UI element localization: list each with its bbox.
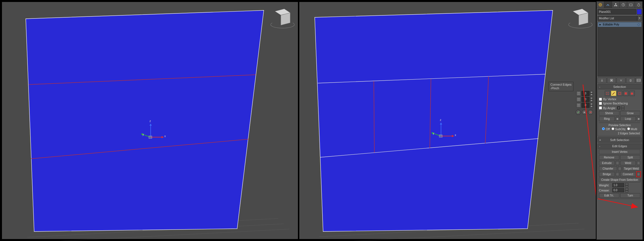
- segments-icon: [576, 91, 581, 96]
- spinner-arrows[interactable]: ▲▼: [590, 97, 593, 102]
- insert-vertex-button[interactable]: Insert Vertex: [599, 149, 640, 154]
- configure-sets-button[interactable]: [636, 78, 642, 83]
- caddy-cancel-button[interactable]: ✕: [588, 110, 593, 115]
- svg-point-27: [608, 94, 609, 95]
- spinner-arrows[interactable]: [625, 188, 628, 192]
- by-angle-label: By Angle:: [603, 106, 616, 110]
- subobj-polygon-button[interactable]: [623, 91, 629, 96]
- svg-rect-13: [615, 3, 616, 4]
- weld-button[interactable]: Weld: [620, 161, 636, 165]
- plane-mesh-right: [299, 2, 597, 240]
- preview-off-radio[interactable]: Off: [602, 127, 610, 131]
- stack-item-label: Editable Poly: [603, 23, 636, 26]
- subobj-element-button[interactable]: [629, 91, 635, 96]
- svg-rect-21: [611, 80, 612, 81]
- svg-rect-29: [619, 92, 621, 95]
- preview-subobj-radio[interactable]: SubObj: [612, 127, 626, 131]
- command-panel: Modifier List ▾ ▸ Editable Poly -Selecti…: [596, 1, 643, 240]
- modifier-list-dropdown[interactable]: ▾: [637, 16, 642, 21]
- viewcube[interactable]: [572, 9, 589, 26]
- subobj-border-button[interactable]: [617, 91, 622, 96]
- tab-utilities[interactable]: [635, 1, 643, 8]
- tab-modify[interactable]: [604, 1, 612, 8]
- rollout-header-edit-edges[interactable]: -Edit Edges: [598, 144, 642, 149]
- by-angle-checkbox[interactable]: [599, 106, 602, 109]
- preview-multi-radio[interactable]: Multi: [627, 127, 637, 131]
- make-unique-button[interactable]: [617, 78, 626, 83]
- edit-tri-button[interactable]: Edit Tri.: [599, 193, 619, 198]
- slide-value[interactable]: 0: [582, 103, 589, 108]
- spinner-arrows[interactable]: [621, 106, 624, 110]
- tab-display[interactable]: [627, 1, 635, 8]
- rollout-header-selection[interactable]: -Selection: [598, 84, 642, 89]
- bridge-button[interactable]: Bridge: [599, 172, 615, 177]
- bridge-settings-button[interactable]: □: [616, 172, 619, 177]
- viewcube[interactable]: [274, 9, 291, 26]
- expand-icon[interactable]: ▸: [599, 23, 602, 26]
- caddy-segments-spinner[interactable]: 3 ▲▼: [576, 91, 593, 96]
- object-name-field[interactable]: [598, 9, 636, 15]
- connect-settings-button[interactable]: □: [637, 172, 640, 177]
- by-angle-value[interactable]: [617, 106, 620, 109]
- svg-line-31: [598, 199, 638, 207]
- modifier-stack[interactable]: ▸ Editable Poly: [598, 22, 642, 76]
- rollout-selection: -Selection By Vertex Ignore Backfacing B…: [598, 84, 642, 136]
- show-end-result-button[interactable]: [607, 78, 616, 83]
- axis-label-y: y: [433, 132, 434, 135]
- remove-modifier-button[interactable]: [626, 78, 635, 83]
- tab-motion[interactable]: [620, 1, 627, 8]
- weight-value[interactable]: [612, 183, 624, 187]
- tab-hierarchy[interactable]: [612, 1, 620, 8]
- rollout-header-soft-selection[interactable]: +Soft Selection: [598, 137, 642, 142]
- subobj-edge-button[interactable]: [611, 91, 616, 96]
- remove-button[interactable]: Remove: [599, 155, 619, 160]
- axis-label-y: y: [143, 133, 144, 136]
- segments-value[interactable]: 3: [582, 91, 589, 96]
- grow-button[interactable]: Grow: [620, 111, 641, 116]
- pin-stack-button[interactable]: [598, 78, 606, 83]
- spinner-arrows[interactable]: ▲▼: [590, 91, 593, 96]
- weight-label: Weight:: [599, 184, 611, 187]
- caddy-ok-button[interactable]: ✓: [576, 110, 581, 115]
- chamfer-button[interactable]: Chamfer: [599, 166, 617, 171]
- svg-rect-14: [614, 5, 615, 6]
- crease-label: Crease:: [599, 189, 611, 192]
- ring-button[interactable]: Ring: [599, 116, 615, 121]
- spinner-arrows[interactable]: [625, 183, 628, 187]
- connect-button[interactable]: Connect: [620, 172, 636, 177]
- svg-point-26: [606, 94, 607, 95]
- shrink-button[interactable]: Shrink: [599, 111, 619, 116]
- caddy-slide-spinner[interactable]: 0 ▲▼: [576, 103, 593, 108]
- split-button[interactable]: Split: [620, 155, 641, 160]
- chamfer-settings-button[interactable]: □: [618, 166, 622, 171]
- caddy-apply-button[interactable]: +: [582, 110, 587, 115]
- ignore-backfacing-checkbox[interactable]: Ignore Backfacing: [599, 102, 640, 105]
- ring-spinner[interactable]: ◂▸: [616, 116, 619, 121]
- pinch-value[interactable]: 0: [582, 97, 589, 102]
- target-weld-button[interactable]: Target Weld: [622, 166, 641, 171]
- extrude-button[interactable]: Extrude: [599, 161, 615, 165]
- svg-point-25: [608, 92, 609, 93]
- subobj-vertex-button[interactable]: [605, 91, 610, 96]
- extrude-settings-button[interactable]: □: [616, 161, 619, 165]
- loop-button[interactable]: Loop: [620, 116, 636, 121]
- svg-marker-0: [26, 10, 264, 231]
- by-vertex-checkbox[interactable]: By Vertex: [599, 97, 640, 101]
- selection-status: 2 Edges Selected: [599, 132, 640, 135]
- modifier-list-label: Modifier List: [598, 16, 637, 21]
- spinner-arrows[interactable]: ▲▼: [590, 103, 593, 108]
- loop-spinner[interactable]: ◂▸: [637, 116, 640, 121]
- stack-item-editable-poly[interactable]: ▸ Editable Poly: [598, 22, 641, 27]
- axis-label-z: z: [150, 120, 151, 123]
- turn-button[interactable]: Turn: [620, 193, 641, 198]
- viewport-right[interactable]: x y z Connect Edges -Pinch 3 ▲▼ 0 ▲▼ 0: [299, 1, 596, 240]
- tooltip-connect-pinch: Connect Edges -Pinch: [549, 82, 573, 91]
- object-color-swatch[interactable]: [637, 9, 642, 15]
- crease-value[interactable]: [612, 188, 624, 192]
- tab-create[interactable]: [597, 1, 604, 8]
- caddy-pinch-spinner[interactable]: 0 ▲▼: [576, 97, 593, 102]
- viewport-left[interactable]: x y z: [1, 1, 299, 240]
- create-shape-button[interactable]: Create Shape From Selection: [599, 177, 640, 182]
- weld-settings-button[interactable]: □: [637, 161, 640, 165]
- slide-icon: [576, 103, 581, 108]
